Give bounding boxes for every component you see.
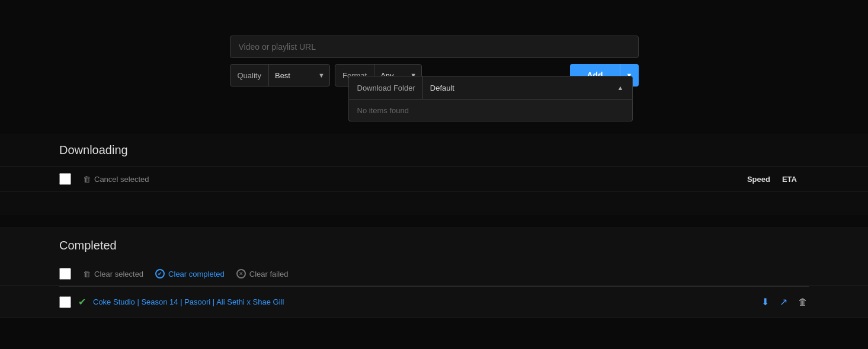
completed-title: Completed bbox=[59, 239, 117, 252]
eta-header: ETA bbox=[782, 175, 797, 184]
quality-group: Quality Best 1080p 720p 480p 360p Audio … bbox=[230, 64, 330, 87]
download-folder-value: Default bbox=[430, 84, 617, 92]
download-folder-header[interactable]: Download Folder Default ▲ bbox=[348, 76, 633, 100]
clear-failed-label: Clear failed bbox=[249, 270, 289, 278]
clear-failed-button[interactable]: ✕ Clear failed bbox=[236, 269, 289, 278]
completed-select-all[interactable] bbox=[59, 268, 71, 280]
no-items-text: No items found bbox=[357, 104, 409, 117]
clear-selected-trash-icon: 🗑 bbox=[83, 270, 91, 278]
download-folder-chevron-icon: ▲ bbox=[617, 84, 624, 91]
speed-header: Speed bbox=[747, 175, 770, 184]
downloading-actions: 🗑 Cancel selected Speed ETA bbox=[0, 167, 868, 191]
download-folder-label: Download Folder bbox=[357, 76, 423, 99]
quality-select-wrapper: Best 1080p 720p 480p 360p Audio Only ▼ bbox=[269, 71, 329, 80]
delete-icon: 🗑 bbox=[798, 297, 808, 307]
download-icon: ⬇ bbox=[761, 297, 769, 307]
item-title-link[interactable]: Coke Studio | Season 14 | Pasoori | Ali … bbox=[93, 297, 753, 306]
cancel-selected-label: Cancel selected bbox=[94, 175, 149, 184]
delete-item-button[interactable]: 🗑 bbox=[797, 296, 809, 309]
item-checkbox[interactable] bbox=[59, 296, 71, 308]
completed-header: Completed bbox=[0, 227, 868, 262]
quality-label: Quality bbox=[230, 65, 269, 86]
open-external-button[interactable]: ↗ bbox=[779, 295, 789, 309]
completed-section: Completed 🗑 Clear selected ✔ Clear compl… bbox=[0, 227, 868, 318]
download-folder-list: No items found bbox=[348, 100, 633, 121]
url-input[interactable] bbox=[230, 36, 639, 58]
downloading-section: Downloading 🗑 Cancel selected Speed ETA bbox=[0, 134, 868, 215]
clear-selected-button[interactable]: 🗑 Clear selected bbox=[83, 270, 143, 278]
download-folder-dropdown: Download Folder Default ▲ No items found bbox=[348, 76, 633, 121]
clear-completed-label: Clear completed bbox=[168, 270, 225, 278]
downloading-select-all[interactable] bbox=[59, 173, 71, 185]
quality-select[interactable]: Best 1080p 720p 480p 360p Audio Only bbox=[269, 71, 329, 80]
cancel-selected-button[interactable]: 🗑 Cancel selected bbox=[83, 175, 149, 184]
success-icon: ✔ bbox=[78, 296, 86, 308]
downloading-header: Downloading bbox=[0, 134, 868, 167]
clear-completed-button[interactable]: ✔ Clear completed bbox=[155, 269, 225, 278]
completed-actions: 🗑 Clear selected ✔ Clear completed ✕ Cle… bbox=[0, 262, 868, 286]
downloading-empty-area bbox=[0, 191, 868, 215]
item-actions: ⬇ ↗ 🗑 bbox=[760, 295, 809, 309]
clear-selected-label: Clear selected bbox=[94, 270, 143, 278]
clear-failed-x-icon: ✕ bbox=[236, 269, 246, 278]
downloading-title: Downloading bbox=[59, 143, 128, 156]
external-link-icon: ↗ bbox=[780, 297, 787, 307]
clear-completed-check-icon: ✔ bbox=[155, 269, 165, 278]
table-row: ✔ Coke Studio | Season 14 | Pasoori | Al… bbox=[0, 287, 868, 318]
trash-icon: 🗑 bbox=[83, 175, 91, 184]
download-item-button[interactable]: ⬇ bbox=[760, 295, 770, 309]
